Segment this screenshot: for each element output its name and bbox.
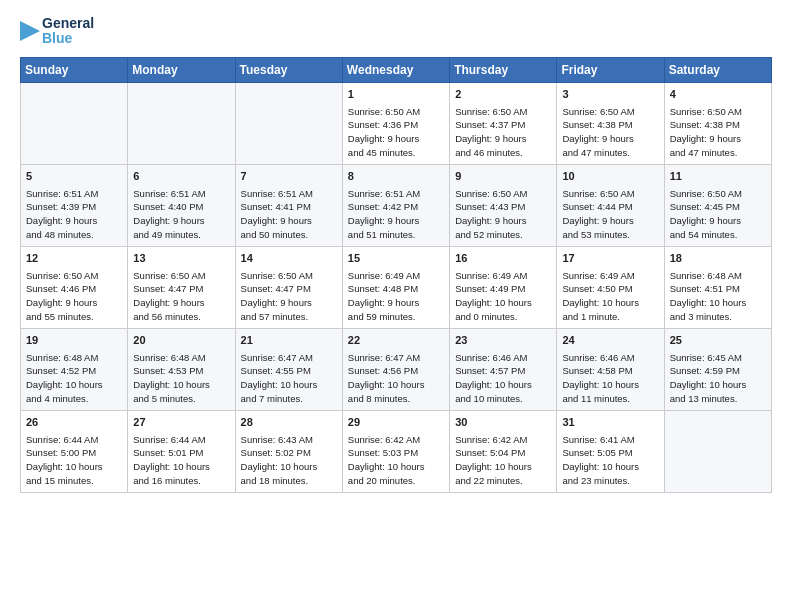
day-number: 27 <box>133 415 230 431</box>
cell-text: Sunset: 4:41 PM <box>241 200 338 214</box>
week-row-2: 12Sunrise: 6:50 AMSunset: 4:46 PMDayligh… <box>21 246 772 328</box>
cell-text: Sunrise: 6:48 AM <box>26 351 123 365</box>
logo-general: General <box>42 16 94 31</box>
day-number: 30 <box>455 415 552 431</box>
day-number: 4 <box>670 87 767 103</box>
cell-text: and 47 minutes. <box>670 146 767 160</box>
cell-text: Daylight: 9 hours <box>348 296 445 310</box>
cell-text: and 13 minutes. <box>670 392 767 406</box>
cell-text: Daylight: 9 hours <box>348 132 445 146</box>
calendar-cell: 15Sunrise: 6:49 AMSunset: 4:48 PMDayligh… <box>342 246 449 328</box>
day-number: 10 <box>562 169 659 185</box>
week-row-1: 5Sunrise: 6:51 AMSunset: 4:39 PMDaylight… <box>21 164 772 246</box>
cell-text: Daylight: 10 hours <box>241 460 338 474</box>
cell-text: Sunrise: 6:48 AM <box>133 351 230 365</box>
days-header-row: SundayMondayTuesdayWednesdayThursdayFrid… <box>21 57 772 82</box>
calendar-cell: 22Sunrise: 6:47 AMSunset: 4:56 PMDayligh… <box>342 328 449 410</box>
cell-text: Daylight: 10 hours <box>133 378 230 392</box>
calendar-cell <box>664 410 771 492</box>
cell-text: Sunrise: 6:44 AM <box>133 433 230 447</box>
cell-text: Sunrise: 6:50 AM <box>670 105 767 119</box>
cell-text: Daylight: 9 hours <box>133 296 230 310</box>
calendar-cell: 26Sunrise: 6:44 AMSunset: 5:00 PMDayligh… <box>21 410 128 492</box>
cell-text: Sunset: 4:42 PM <box>348 200 445 214</box>
cell-text: Sunset: 5:01 PM <box>133 446 230 460</box>
cell-text: Sunset: 4:57 PM <box>455 364 552 378</box>
day-number: 12 <box>26 251 123 267</box>
header: General Blue <box>20 16 772 47</box>
calendar-cell: 28Sunrise: 6:43 AMSunset: 5:02 PMDayligh… <box>235 410 342 492</box>
cell-text: Sunrise: 6:44 AM <box>26 433 123 447</box>
cell-text: Sunset: 4:58 PM <box>562 364 659 378</box>
cell-text: and 23 minutes. <box>562 474 659 488</box>
cell-text: and 59 minutes. <box>348 310 445 324</box>
calendar-cell: 17Sunrise: 6:49 AMSunset: 4:50 PMDayligh… <box>557 246 664 328</box>
cell-text: Daylight: 10 hours <box>26 460 123 474</box>
cell-text: Sunset: 4:40 PM <box>133 200 230 214</box>
cell-text: Sunrise: 6:50 AM <box>133 269 230 283</box>
cell-text: Sunset: 4:48 PM <box>348 282 445 296</box>
calendar-cell: 8Sunrise: 6:51 AMSunset: 4:42 PMDaylight… <box>342 164 449 246</box>
cell-text: Sunrise: 6:50 AM <box>562 187 659 201</box>
cell-text: Daylight: 10 hours <box>562 296 659 310</box>
logo-triangle-icon <box>20 21 40 41</box>
cell-text: Sunset: 5:02 PM <box>241 446 338 460</box>
calendar-cell: 25Sunrise: 6:45 AMSunset: 4:59 PMDayligh… <box>664 328 771 410</box>
cell-text: and 0 minutes. <box>455 310 552 324</box>
cell-text: Sunset: 4:38 PM <box>562 118 659 132</box>
calendar-cell: 13Sunrise: 6:50 AMSunset: 4:47 PMDayligh… <box>128 246 235 328</box>
cell-text: Sunrise: 6:49 AM <box>455 269 552 283</box>
cell-text: and 56 minutes. <box>133 310 230 324</box>
calendar-cell: 2Sunrise: 6:50 AMSunset: 4:37 PMDaylight… <box>450 82 557 164</box>
day-number: 28 <box>241 415 338 431</box>
day-number: 7 <box>241 169 338 185</box>
cell-text: Sunset: 4:37 PM <box>455 118 552 132</box>
cell-text: Sunset: 4:52 PM <box>26 364 123 378</box>
cell-text: Sunrise: 6:51 AM <box>133 187 230 201</box>
calendar-cell: 6Sunrise: 6:51 AMSunset: 4:40 PMDaylight… <box>128 164 235 246</box>
cell-text: Daylight: 9 hours <box>670 132 767 146</box>
day-number: 9 <box>455 169 552 185</box>
cell-text: Sunrise: 6:45 AM <box>670 351 767 365</box>
cell-text: Sunset: 4:44 PM <box>562 200 659 214</box>
cell-text: Daylight: 10 hours <box>455 378 552 392</box>
day-number: 17 <box>562 251 659 267</box>
day-header-friday: Friday <box>557 57 664 82</box>
cell-text: and 54 minutes. <box>670 228 767 242</box>
cell-text: Sunrise: 6:50 AM <box>670 187 767 201</box>
day-number: 21 <box>241 333 338 349</box>
cell-text: Sunset: 4:45 PM <box>670 200 767 214</box>
cell-text: and 20 minutes. <box>348 474 445 488</box>
cell-text: and 3 minutes. <box>670 310 767 324</box>
cell-text: Daylight: 9 hours <box>241 214 338 228</box>
cell-text: and 51 minutes. <box>348 228 445 242</box>
cell-text: Daylight: 9 hours <box>455 214 552 228</box>
calendar-cell: 11Sunrise: 6:50 AMSunset: 4:45 PMDayligh… <box>664 164 771 246</box>
day-header-saturday: Saturday <box>664 57 771 82</box>
cell-text: and 4 minutes. <box>26 392 123 406</box>
calendar-cell: 31Sunrise: 6:41 AMSunset: 5:05 PMDayligh… <box>557 410 664 492</box>
cell-text: Sunrise: 6:46 AM <box>562 351 659 365</box>
day-header-tuesday: Tuesday <box>235 57 342 82</box>
cell-text: and 50 minutes. <box>241 228 338 242</box>
calendar-page: General Blue SundayMondayTuesdayWednesda… <box>0 0 792 612</box>
day-number: 20 <box>133 333 230 349</box>
calendar-cell: 12Sunrise: 6:50 AMSunset: 4:46 PMDayligh… <box>21 246 128 328</box>
cell-text: Sunrise: 6:50 AM <box>241 269 338 283</box>
cell-text: Daylight: 10 hours <box>455 296 552 310</box>
cell-text: Sunrise: 6:41 AM <box>562 433 659 447</box>
logo-blue: Blue <box>42 31 94 46</box>
cell-text: Sunrise: 6:48 AM <box>670 269 767 283</box>
cell-text: and 46 minutes. <box>455 146 552 160</box>
day-header-wednesday: Wednesday <box>342 57 449 82</box>
cell-text: Sunrise: 6:43 AM <box>241 433 338 447</box>
week-row-4: 26Sunrise: 6:44 AMSunset: 5:00 PMDayligh… <box>21 410 772 492</box>
cell-text: Sunset: 4:36 PM <box>348 118 445 132</box>
cell-text: and 22 minutes. <box>455 474 552 488</box>
week-row-3: 19Sunrise: 6:48 AMSunset: 4:52 PMDayligh… <box>21 328 772 410</box>
cell-text: Daylight: 10 hours <box>241 378 338 392</box>
calendar-cell: 3Sunrise: 6:50 AMSunset: 4:38 PMDaylight… <box>557 82 664 164</box>
cell-text: Sunrise: 6:49 AM <box>348 269 445 283</box>
cell-text: Sunset: 4:43 PM <box>455 200 552 214</box>
day-number: 2 <box>455 87 552 103</box>
